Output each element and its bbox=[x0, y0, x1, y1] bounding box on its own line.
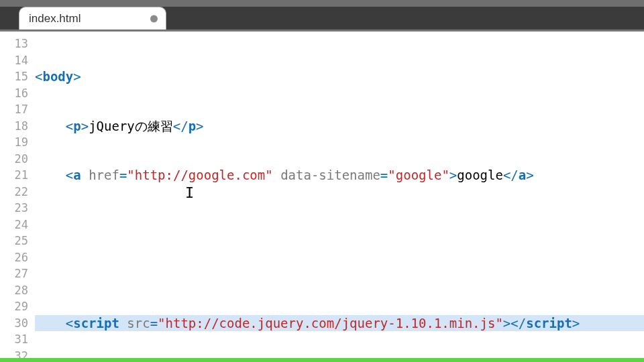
line-number: 13 bbox=[0, 36, 35, 52]
line-number: 26 bbox=[0, 249, 35, 266]
status-bar bbox=[0, 358, 644, 362]
p-text: jQueryの練習 bbox=[89, 119, 173, 133]
line-number: 15 bbox=[0, 68, 35, 85]
line-number: 27 bbox=[0, 265, 35, 282]
line-number: 19 bbox=[0, 134, 35, 151]
line-number: 18 bbox=[0, 118, 35, 135]
line-number: 22 bbox=[0, 184, 35, 200]
line-number: 25 bbox=[0, 233, 35, 249]
tab-bar: index.html bbox=[0, 0, 644, 29]
unsaved-dot-icon bbox=[150, 15, 158, 22]
line-number: 30 bbox=[0, 315, 35, 332]
line-number: 21 bbox=[0, 167, 35, 184]
code-editor[interactable]: 1314151617181920212223242526272829303132… bbox=[0, 29, 644, 358]
line-number: 20 bbox=[0, 151, 35, 168]
editor-tab[interactable]: index.html bbox=[19, 7, 166, 29]
line-number: 16 bbox=[0, 85, 35, 102]
top-edge bbox=[0, 0, 644, 7]
code-area[interactable]: <body> <p>jQueryの練習</p> <a href="http://… bbox=[35, 32, 644, 358]
line-number-gutter: 1314151617181920212223242526272829303132 bbox=[0, 32, 35, 358]
line-number: 23 bbox=[0, 200, 35, 217]
tab-filename: index.html bbox=[29, 7, 80, 30]
line-number: 17 bbox=[0, 101, 35, 118]
line-number: 31 bbox=[0, 331, 35, 348]
line-number: 14 bbox=[0, 52, 35, 69]
line-number: 29 bbox=[0, 298, 35, 315]
line-number: 28 bbox=[0, 282, 35, 299]
line-number: 24 bbox=[0, 217, 35, 233]
